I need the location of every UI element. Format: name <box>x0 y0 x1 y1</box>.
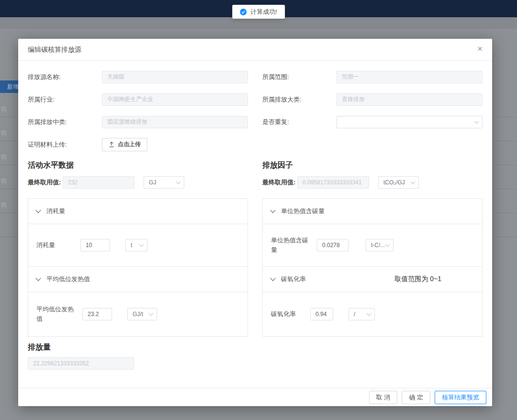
carbon-content-label: 单位热值含碳量 <box>271 236 308 255</box>
calorific-input[interactable] <box>82 308 112 320</box>
consumption-unit-value: t <box>131 242 132 249</box>
chevron-down-icon <box>385 242 390 247</box>
chevron-down-icon <box>35 275 41 281</box>
major-category-label: 所属排放大类: <box>262 95 337 104</box>
chevron-down-icon <box>176 180 181 184</box>
calorific-label: 平均低位发热值 <box>36 305 74 324</box>
calorific-panel-header[interactable]: 平均低位发热值 <box>28 267 247 292</box>
upload-icon <box>109 141 114 148</box>
row-text-fragment: 司 <box>1 177 7 186</box>
factor-unit-value: tCO₂/GJ <box>383 179 405 186</box>
carbon-content-row: 单位热值含碳量 t-C/... <box>263 224 482 267</box>
activity-final-label: 最终取用值: <box>28 178 63 187</box>
row-text-fragment: 司 <box>1 153 7 162</box>
dialog-footer: 取 消 确 定 核算结果预览 <box>18 388 492 406</box>
data-sections: 活动水平数据 最终取用值: GJ 消耗量 消耗量 <box>28 157 483 337</box>
mid-category-label: 所属排放中类: <box>28 118 102 126</box>
dialog-header: 编辑碳核算排放源 <box>18 39 492 61</box>
duplicate-select[interactable] <box>337 116 483 128</box>
activity-final-input[interactable] <box>63 176 135 189</box>
check-circle-icon <box>240 9 247 15</box>
carbon-content-input[interactable] <box>317 239 348 251</box>
factor-panel: 单位热值含碳量 单位热值含碳量 t-C/... 碳氧化率 取值范围为 0~1 <box>262 198 483 337</box>
row-text-fragment: 司 <box>1 129 7 138</box>
calorific-unit-value: GJ/t <box>133 311 143 318</box>
scope-input[interactable] <box>337 71 483 83</box>
chevron-down-icon <box>474 119 479 124</box>
source-name-label: 排放源名称: <box>28 73 102 81</box>
upload-button-label: 点击上传 <box>118 140 141 148</box>
factor-section-title: 排放因子 <box>262 160 483 170</box>
industry-input[interactable] <box>102 93 248 106</box>
close-icon[interactable]: × <box>477 44 483 53</box>
major-category-input[interactable] <box>337 93 483 106</box>
factor-final-input[interactable] <box>297 176 369 189</box>
activity-section-title: 活动水平数据 <box>28 160 248 170</box>
dialog-title: 编辑碳核算排放源 <box>28 45 81 54</box>
factor-column: 排放因子 最终取用值: tCO₂/GJ 单位热值含碳量 单位热值含碳量 <box>262 157 483 337</box>
basic-form: 排放源名称: 所属范围: 所属行业: 所属排放大类: 所属排放中类: 是否重复: <box>28 66 483 156</box>
factor-unit-select[interactable]: tCO₂/GJ <box>378 176 419 189</box>
source-name-input[interactable] <box>102 71 248 83</box>
upload-button[interactable]: 点击上传 <box>102 138 147 151</box>
consumption-panel-header[interactable]: 消耗量 <box>28 199 247 224</box>
oxidation-label: 碳氧化率 <box>271 309 308 319</box>
oxidation-unit-value: / <box>354 311 355 318</box>
preview-result-button[interactable]: 核算结果预览 <box>435 391 486 404</box>
upload-label: 证明材料上传: <box>28 140 102 149</box>
activity-panel: 消耗量 消耗量 t 平均低位发热值 <box>28 198 248 337</box>
calorific-panel-title: 平均低位发热值 <box>46 275 90 284</box>
consumption-label: 消耗量 <box>36 240 74 250</box>
mid-category-input[interactable] <box>102 116 248 128</box>
activity-unit-value: GJ <box>149 179 156 186</box>
chevron-down-icon <box>35 207 41 213</box>
oxidation-row: 碳氧化率 / <box>263 292 482 336</box>
chevron-down-icon <box>149 311 154 316</box>
chevron-down-icon <box>139 242 144 247</box>
carbon-content-panel-title: 单位热值含碳量 <box>281 207 325 216</box>
carbon-content-panel-header[interactable]: 单位热值含碳量 <box>263 199 482 224</box>
oxidation-panel-header[interactable]: 碳氧化率 取值范围为 0~1 <box>263 267 482 292</box>
oxidation-panel-title: 碳氧化率 <box>281 275 306 284</box>
emission-title: 排放量 <box>28 342 483 352</box>
row-text-fragment: 司 <box>1 105 7 114</box>
consumption-panel-title: 消耗量 <box>46 207 65 216</box>
emission-input[interactable] <box>28 357 134 370</box>
oxidation-range-note: 取值范围为 0~1 <box>394 275 474 284</box>
consumption-unit-select[interactable]: t <box>125 239 147 251</box>
toast-success: 计算成功! <box>232 5 285 19</box>
oxidation-input[interactable] <box>310 308 333 320</box>
calorific-row: 平均低位发热值 GJ/t <box>28 292 247 336</box>
toast-message: 计算成功! <box>250 8 277 16</box>
chevron-down-icon <box>270 207 275 213</box>
chevron-down-icon <box>367 311 371 316</box>
industry-label: 所属行业: <box>28 95 102 104</box>
factor-final-label: 最终取用值: <box>262 178 297 187</box>
carbon-content-unit-value: t-C/... <box>371 242 385 249</box>
row-text-fragment: 司 <box>1 201 7 210</box>
chevron-down-icon <box>411 180 416 184</box>
chevron-down-icon <box>270 275 275 281</box>
consumption-input[interactable] <box>80 239 110 251</box>
calorific-unit-select[interactable]: GJ/t <box>127 308 157 320</box>
cancel-button[interactable]: 取 消 <box>369 391 398 404</box>
duplicate-label: 是否重复: <box>262 118 337 126</box>
emission-block: 排放量 <box>28 342 483 370</box>
oxidation-unit-select[interactable]: / <box>348 308 375 320</box>
carbon-content-unit-select[interactable]: t-C/... <box>366 239 393 251</box>
confirm-button[interactable]: 确 定 <box>402 391 430 404</box>
activity-column: 活动水平数据 最终取用值: GJ 消耗量 消耗量 <box>28 157 248 337</box>
scope-label: 所属范围: <box>262 73 337 81</box>
dialog-body: 排放源名称: 所属范围: 所属行业: 所属排放大类: 所属排放中类: 是否重复: <box>18 61 492 370</box>
edit-emission-source-dialog: 编辑碳核算排放源 × 排放源名称: 所属范围: 所属行业: 所属排放大类: 所属… <box>18 39 492 406</box>
activity-unit-select[interactable]: GJ <box>144 176 184 189</box>
consumption-row: 消耗量 t <box>28 224 247 267</box>
